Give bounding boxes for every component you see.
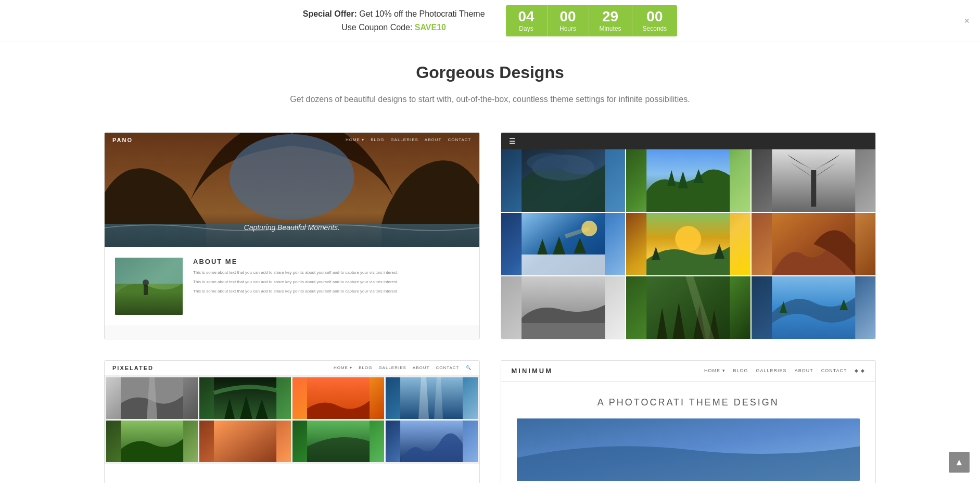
svg-rect-31 [521,323,605,339]
pano-logo: PANO [112,137,133,143]
pano-about-para-3: This is some about text that you can add… [193,288,469,295]
coupon-code: SAVE10 [415,23,446,32]
pix-cell-2 [199,377,291,419]
offer-description: Get 10% off the Photocrati Theme [359,9,485,18]
seconds-label: Seconds [643,25,667,32]
days-number: 04 [518,9,534,24]
svg-rect-7 [144,285,148,295]
countdown-seconds: 00 Seconds [632,5,678,36]
minutes-label: Minutes [600,25,621,32]
photo-grid [501,149,876,339]
pix-cell-8 [386,421,477,462]
close-button[interactable]: × [964,16,970,26]
pixelated-nav-links: HOME ▾ BLOG GALLERIES ABOUT CONTACT 🔍 [334,365,472,370]
pixelated-photo-grid [105,376,479,464]
photo-grid-theme-card[interactable]: ☰ [501,132,876,339]
scroll-up-icon: ▲ [954,457,964,468]
pix-cell-1 [106,377,198,419]
pix-cell-3 [292,377,384,419]
minimum-preview-image [517,418,860,481]
countdown-minutes: 29 Minutes [589,5,632,36]
pano-about-image [115,258,183,315]
pix-cell-6 [199,421,291,462]
scroll-to-top-button[interactable]: ▲ [949,452,970,473]
minimum-nav-links: HOME ▾ BLOG GALLERIES ABOUT CONTACT ◆ ◆ [704,368,865,373]
minimum-logo: MINIMUM [512,367,553,375]
minimum-theme-card[interactable]: MINIMUM HOME ▾ BLOG GALLERIES ABOUT CONT… [501,360,876,483]
photo-cell-5 [626,213,750,275]
pano-tagline: Capturing Beautiful Moments. [105,223,479,232]
offer-text: Special Offer: Get 10% off the Photocrat… [303,7,485,34]
minimum-tagline: A PHOTOCRATI THEME DESIGN [517,397,860,408]
photo-cell-3 [752,149,876,212]
photo-cell-4 [501,213,626,275]
photo-cell-1 [501,149,626,212]
svg-rect-48 [214,421,276,462]
countdown-timer: 04 Days 00 Hours 29 Minutes 00 Seconds [506,5,678,36]
svg-rect-19 [521,255,605,275]
designs-grid: PANO HOME ▾ BLOG GALLERIES ABOUT CONTACT… [104,132,876,483]
countdown-hours: 00 Hours [548,5,589,36]
countdown-days: 04 Days [506,5,548,36]
seconds-number: 00 [646,9,663,24]
photo-cell-7 [501,276,626,339]
section-title: Gorgeous Designs [104,63,876,82]
offer-label: Special Offer: [303,9,357,18]
pano-about-text: ABOUT ME This is some about text that yo… [193,258,469,315]
pano-hero-image: PANO HOME ▾ BLOG GALLERIES ABOUT CONTACT… [105,133,479,247]
pixelated-nav: PIXELATED HOME ▾ BLOG GALLERIES ABOUT CO… [105,361,479,376]
pano-theme-card[interactable]: PANO HOME ▾ BLOG GALLERIES ABOUT CONTACT… [104,132,480,339]
photo-cell-9 [752,276,876,339]
main-content: Gorgeous Designs Get dozens of beautiful… [0,42,980,483]
svg-rect-46 [400,377,463,419]
hours-label: Hours [559,25,576,32]
pix-cell-7 [292,421,384,462]
hours-number: 00 [559,9,576,24]
top-banner: Special Offer: Get 10% off the Photocrat… [0,0,980,42]
photo-grid-nav: ☰ [501,133,876,149]
pano-about-para-2: This is some about text that you can add… [193,279,469,285]
svg-rect-17 [811,170,816,207]
days-label: Days [519,25,533,32]
photo-cell-2 [626,149,750,212]
svg-point-11 [527,153,568,172]
svg-rect-6 [115,258,183,284]
minimum-hero-section: A PHOTOCRATI THEME DESIGN [501,382,876,483]
menu-icon: ☰ [509,137,516,145]
pixelated-theme-card[interactable]: PIXELATED HOME ▾ BLOG GALLERIES ABOUT CO… [104,360,480,483]
pixelated-logo: PIXELATED [112,365,154,371]
pano-about-title: ABOUT ME [193,258,469,265]
section-subtitle: Get dozens of beautiful designs to start… [104,93,876,106]
coupon-label: Use Coupon Code: [341,23,412,32]
pix-cell-4 [386,377,477,419]
pano-about-section: ABOUT ME This is some about text that yo… [105,247,479,325]
minimum-nav: MINIMUM HOME ▾ BLOG GALLERIES ABOUT CONT… [501,361,876,382]
minutes-number: 29 [602,9,618,24]
pano-about-para-1: This is some about text that you can add… [193,270,469,276]
pano-nav-links: HOME ▾ BLOG GALLERIES ABOUT CONTACT [346,137,472,142]
svg-point-1 [230,134,354,220]
svg-point-26 [675,226,701,252]
photo-cell-8 [626,276,750,339]
photo-cell-6 [752,213,876,275]
svg-point-8 [143,279,149,286]
pix-cell-5 [106,421,198,462]
pano-nav: PANO HOME ▾ BLOG GALLERIES ABOUT CONTACT [105,137,479,143]
